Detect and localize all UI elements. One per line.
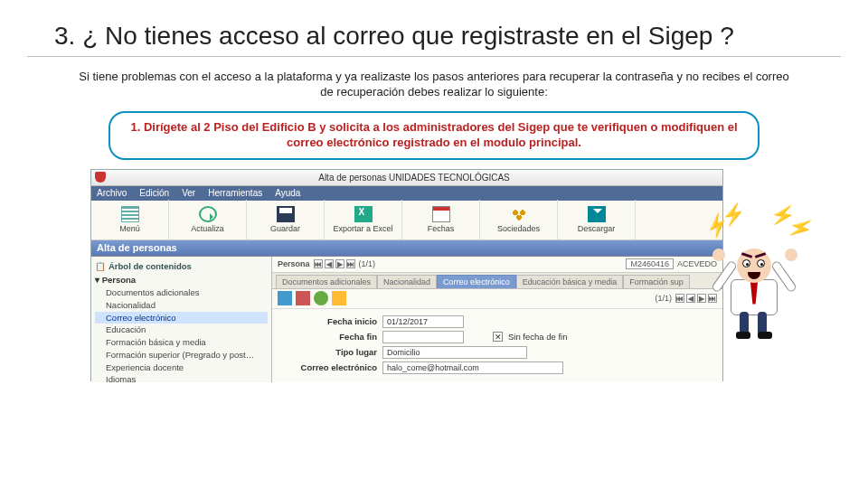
tab-correo[interactable]: Correo electrónico (437, 275, 516, 288)
tree-item-formacion-superior[interactable]: Formación superior (Pregrado y post… (95, 349, 268, 361)
window-title: Alta de personas UNIDADES TECNOLÓGICAS (109, 173, 719, 183)
record-label: Persona (278, 259, 310, 268)
tree-item-idiomas[interactable]: Idiomas (95, 373, 268, 381)
page-title: 3. ¿ No tienes acceso al correo que regi… (0, 0, 868, 56)
sin-fecha-label: Sin fecha de fin (508, 332, 568, 342)
toolbar-refresh-label: Actualiza (191, 224, 224, 233)
record-nav[interactable]: ⏮◀▶⏭ (314, 259, 355, 268)
tree-item-educacion[interactable]: Educación (95, 324, 268, 336)
societies-icon (510, 206, 528, 222)
nav-last-icon[interactable]: ⏭ (346, 259, 355, 268)
toolbar-dates-button[interactable]: Fechas (402, 200, 480, 239)
screenshot-container: Alta de personas UNIDADES TECNOLÓGICAS A… (90, 169, 778, 381)
toolbar-menu-button[interactable]: Menú (91, 200, 169, 239)
tree-root[interactable]: ▾ Persona (95, 274, 268, 286)
save-icon (277, 206, 295, 222)
tipo-lugar-field[interactable]: Domicilio (382, 346, 527, 359)
app-body: 📋 Árbol de contenidos ▾ Persona Document… (91, 257, 722, 382)
menu-archivo[interactable]: Archivo (97, 188, 127, 198)
window-titlebar: Alta de personas UNIDADES TECNOLÓGICAS (91, 170, 722, 186)
tabs: Documentos adicionales Nacionalidad Corr… (272, 273, 722, 289)
sub-nav-first-icon[interactable]: ⏮ (675, 294, 684, 303)
tree-header-label: Árbol de contenidos (108, 260, 192, 273)
toolbar-save-label: Guardar (270, 224, 300, 233)
sub-nav-prev-icon[interactable]: ◀ (686, 294, 695, 303)
download-icon (588, 206, 606, 222)
fecha-inicio-label: Fecha inicio (278, 316, 377, 326)
tree-item-documentos[interactable]: Documentos adicionales (95, 286, 268, 299)
tree-item-experiencia-docente[interactable]: Experiencia docente (95, 361, 268, 374)
record-id: M2460416 (626, 258, 674, 269)
sin-fecha-checkbox[interactable]: ✕ (493, 332, 503, 342)
tree-panel: 📋 Árbol de contenidos ▾ Persona Document… (91, 257, 272, 382)
menu-edicion[interactable]: Edición (139, 188, 169, 198)
correo-field[interactable]: halo_come@hotmail.com (382, 361, 563, 374)
sub-header: Alta de personas (91, 240, 722, 257)
toolbar-save-button[interactable]: Guardar (247, 200, 325, 239)
tree-item-formacion-basica[interactable]: Formación básica y media (95, 336, 268, 349)
toolbar: Menú Actualiza Guardar Exportar a Excel … (91, 201, 722, 240)
toolbar-download-button[interactable]: Descargar (558, 200, 636, 239)
toolbar-export-label: Exportar a Excel (333, 224, 392, 233)
menu-ayuda[interactable]: Ayuda (275, 188, 300, 198)
toolbar-dates-label: Fechas (428, 224, 455, 233)
sub-toolbar: (1/1) ⏮◀▶⏭ (272, 289, 722, 309)
grid-icon (121, 206, 139, 222)
angry-person-icon: ⚡ ⚡ ⚡ ⚡ (705, 205, 805, 341)
calendar-icon (432, 206, 450, 222)
tree-root-label: Persona (102, 275, 137, 285)
app-window: Alta de personas UNIDADES TECNOLÓGICAS A… (90, 169, 723, 381)
instruction-box: 1. Dirígete al 2 Piso del Edificio B y s… (108, 111, 760, 160)
subtool-icon-4[interactable] (332, 291, 346, 305)
tab-nacionalidad[interactable]: Nacionalidad (377, 275, 437, 288)
title-divider (27, 56, 841, 57)
toolbar-refresh-button[interactable]: Actualiza (169, 200, 247, 239)
intro-text: Si tiene problemas con el acceso a la pl… (0, 70, 868, 111)
main-panel: Persona ⏮◀▶⏭ (1/1) M2460416 ACEVEDO Docu… (272, 257, 722, 382)
fecha-inicio-field[interactable]: 01/12/2017 (382, 315, 464, 328)
record-counter: (1/1) (359, 259, 376, 268)
menubar[interactable]: Archivo Edición Ver Herramientas Ayuda (91, 186, 722, 201)
tipo-lugar-label: Tipo lugar (278, 347, 377, 357)
toolbar-download-label: Descargar (578, 224, 616, 233)
tab-educacion[interactable]: Educación básica y media (516, 275, 624, 288)
menu-ver[interactable]: Ver (182, 188, 195, 198)
tree-item-correo[interactable]: Correo electrónico (95, 312, 268, 324)
fecha-fin-label: Fecha fin (278, 332, 377, 342)
menu-herramientas[interactable]: Herramientas (208, 188, 262, 198)
fecha-fin-field[interactable] (382, 331, 464, 343)
subtool-icon-1[interactable] (278, 291, 292, 305)
tab-documentos[interactable]: Documentos adicionales (276, 275, 377, 288)
toolbar-societies-button[interactable]: Sociedades (480, 200, 558, 239)
refresh-icon (199, 206, 217, 222)
nav-next-icon[interactable]: ▶ (335, 259, 344, 268)
form: Fecha inicio 01/12/2017 Fecha fin ✕ Sin … (272, 309, 722, 380)
record-bar: Persona ⏮◀▶⏭ (1/1) M2460416 ACEVEDO (272, 257, 722, 273)
nav-first-icon[interactable]: ⏮ (314, 259, 323, 268)
tree-header: 📋 Árbol de contenidos (95, 260, 268, 273)
subtool-icon-2[interactable] (296, 291, 310, 305)
tree-item-nacionalidad[interactable]: Nacionalidad (95, 299, 268, 312)
subtool-icon-3[interactable] (314, 291, 328, 305)
toolbar-societies-label: Sociedades (497, 224, 540, 233)
nav-prev-icon[interactable]: ◀ (325, 259, 334, 268)
correo-label: Correo electrónico (278, 362, 377, 372)
toolbar-menu-label: Menú (119, 224, 140, 233)
sub-counter: (1/1) (655, 294, 672, 303)
toolbar-export-button[interactable]: Exportar a Excel (325, 200, 402, 239)
tab-formacion[interactable]: Formación sup (623, 275, 690, 288)
excel-icon (354, 206, 373, 222)
app-shield-icon (95, 172, 106, 183)
